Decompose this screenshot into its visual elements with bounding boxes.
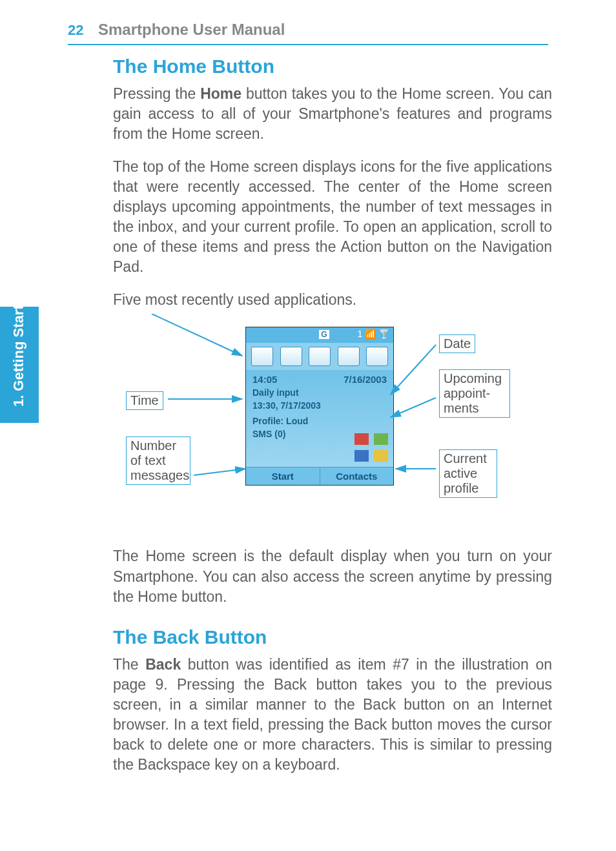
paragraph: The top of the Home screen displays icon… [113,157,552,277]
app-icon [309,347,331,366]
phone-status-bar: G 1 📶 🍸 [246,327,393,343]
phone-softkey-bar: Start Contacts [246,467,393,485]
bold-text: Home [200,85,241,102]
phone-screenshot: G 1 📶 🍸 14:05 7/16/2003 Daily input 13:3… [245,327,394,486]
page-header: 22 Smartphone User Manual [68,21,548,45]
svg-line-0 [152,314,242,356]
paragraph: Pressing the Home button takes you to th… [113,84,552,144]
phone-event-time: 13:30, 7/17/2003 [252,400,387,411]
text: button was identified as item #7 in the … [113,656,552,773]
figure-caption: Five most recently used applications. [113,290,552,310]
annotation-sms-count: Number of text messages [126,436,190,485]
section-heading-home-button: The Home Button [113,56,552,77]
phone-date: 7/16/2003 [344,374,387,385]
page-number: 22 [68,22,83,39]
app-icon [280,347,302,366]
annotation-upcoming: Upcoming appoint-ments [439,369,510,418]
phone-body: 14:05 7/16/2003 Daily input 13:30, 7/17/… [246,370,393,467]
phone-event-title: Daily input [252,387,387,398]
document-title: Smartphone User Manual [98,21,285,39]
header-rule [68,44,548,45]
windows-logo-icon [354,433,388,462]
recent-apps-row [246,343,393,370]
page-content: The Home Button Pressing the Home button… [113,56,552,788]
text: Pressing the [113,85,200,102]
app-icon [338,347,360,366]
app-icon [251,347,273,366]
paragraph: The Home screen is the default display w… [113,546,552,606]
softkey-start: Start [246,467,320,485]
section-heading-back-button: The Back Button [113,626,552,648]
annotation-date: Date [439,334,475,353]
annotation-profile: Current active profile [439,449,497,498]
status-icons: 1 📶 🍸 [357,329,389,339]
svg-line-3 [391,345,436,395]
chapter-tab-label: 1. Getting Started [11,323,26,407]
annotation-time: Time [126,391,163,410]
app-icon [366,347,388,366]
bold-text: Back [145,656,181,673]
phone-profile: Profile: Loud [252,416,387,426]
chapter-tab: 1. Getting Started [0,307,39,423]
svg-line-4 [391,398,436,417]
phone-time: 14:05 [252,374,277,385]
softkey-contacts: Contacts [320,467,394,485]
gprs-icon: G [319,330,329,339]
text: The [113,656,145,673]
svg-line-2 [194,469,245,475]
home-screen-diagram: Time Number of text messages Date Upcomi… [113,314,552,533]
paragraph: The Back button was identified as item #… [113,655,552,775]
